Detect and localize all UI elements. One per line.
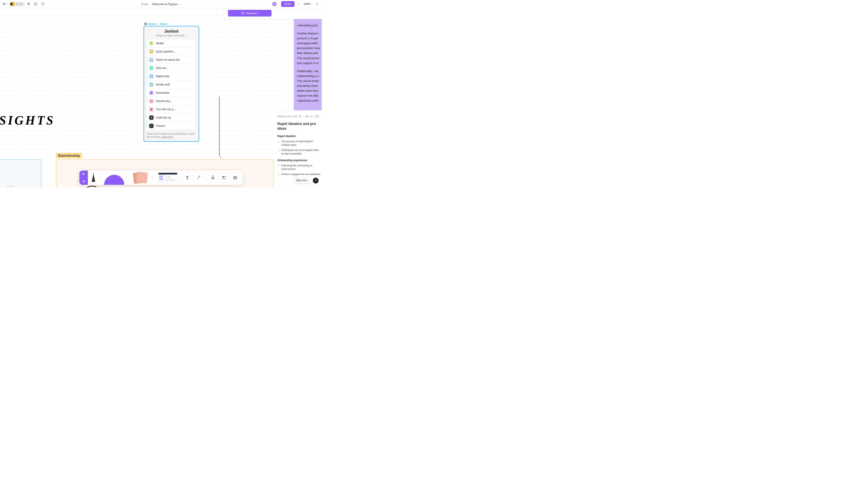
- sticky-stack-icon: [133, 172, 148, 183]
- zoom-out-button[interactable]: −: [296, 1, 302, 7]
- widget-header-tag: Jambot · Details: [144, 23, 167, 25]
- chevron-right-icon: ›: [308, 179, 309, 182]
- panel-toggle-button[interactable]: [33, 1, 39, 7]
- hand-icon: [82, 180, 85, 183]
- jambot-action-turn-into[interactable]: ❀Turn this into a...: [147, 105, 196, 114]
- sticky-options-chevron[interactable]: ⌃: [152, 177, 155, 179]
- jambot-action-code[interactable]: ⚛Code this up: [147, 114, 196, 122]
- jambot-action-rewrite[interactable]: ᔕRewrite this...: [147, 97, 196, 105]
- summary-heading-2: Onboarding experience: [277, 159, 320, 162]
- chevron-down-icon[interactable]: ⌄: [179, 3, 181, 5]
- select-tool[interactable]: [79, 171, 88, 178]
- main-menu[interactable]: ▾: [2, 2, 8, 7]
- topbar-left: ▾ 06:00: [2, 1, 46, 7]
- book-icon: 📖: [149, 58, 154, 62]
- pages-handle[interactable]: [6, 186, 14, 187]
- chevron-down-icon[interactable]: ⌄: [278, 3, 279, 5]
- sticky-note-tool[interactable]: [129, 171, 152, 185]
- jambot-action-rabbit-hole[interactable]: 🐇Rabbit hole: [147, 72, 196, 81]
- jambot-action-ideate[interactable]: ✦Ideate!: [147, 39, 196, 48]
- cursor-tools: [79, 171, 88, 185]
- rewrite-card: Rewrite it: [223, 8, 322, 19]
- svg-rect-5: [34, 3, 37, 5]
- selection-handle[interactable]: [143, 83, 145, 85]
- avatar[interactable]: L: [272, 2, 277, 6]
- svg-rect-9: [233, 176, 237, 179]
- swirl-icon: ᔕ: [149, 99, 154, 103]
- share-button[interactable]: Share: [281, 1, 295, 7]
- svg-rect-4: [3, 4, 4, 5]
- jambot-action-quick-question[interactable]: 💬Quick question...: [147, 48, 196, 56]
- pen-options-chevron[interactable]: ⌃: [99, 177, 103, 179]
- comment-icon: [41, 2, 45, 6]
- jambot-action-custom[interactable]: ⋯Custom: [147, 122, 196, 130]
- shape-tool-section: ⌃: [103, 171, 129, 185]
- atom-icon: ⚛: [149, 115, 154, 120]
- timer-value: 06:00: [15, 2, 23, 6]
- timer-pill[interactable]: 06:00: [9, 1, 25, 7]
- pen-tool-section: ⌃: [88, 171, 103, 185]
- summary-title: Rapid ideation and pro ideas: [277, 122, 320, 131]
- templates-tool[interactable]: [157, 172, 179, 184]
- flower-icon: ❀: [149, 107, 154, 112]
- sparkle-icon: [26, 2, 31, 6]
- summary-panel[interactable]: Summarized with AI - Nov 6, 202 Rapid id…: [274, 111, 322, 181]
- table-tool[interactable]: [230, 173, 240, 183]
- skip-intro-button[interactable]: Skip intro ›: [293, 177, 311, 184]
- rewrite-it-button[interactable]: Rewrite it: [228, 10, 272, 16]
- svg-rect-2: [3, 3, 4, 4]
- breadcrumb: Drafts / Welcome to FigJam ⌄: [141, 2, 181, 6]
- zoom-level[interactable]: 100%⌄: [302, 2, 314, 5]
- stamp-icon: [210, 175, 215, 180]
- brainstorming-tag[interactable]: Brainstorming: [56, 153, 82, 158]
- stamp-tool[interactable]: [208, 173, 218, 183]
- sticky-tool-section: ⌃: [129, 171, 155, 185]
- summary-list-2: Improving the onboarding ex improvement.…: [277, 164, 320, 176]
- learn-more-link[interactable]: Learn more: [161, 136, 173, 138]
- rabbit-icon: 🐇: [149, 74, 154, 79]
- right-tools: T ⌃: [180, 171, 242, 185]
- table-icon: [233, 175, 237, 180]
- jambot-action-summarize[interactable]: ✱Summarize: [147, 89, 196, 97]
- help-button[interactable]: ?: [313, 178, 319, 184]
- shape-tool[interactable]: [103, 171, 125, 185]
- section-tool[interactable]: [219, 173, 229, 183]
- ai-sparkle-button[interactable]: [25, 1, 32, 7]
- sparkles-icon: ✨: [149, 82, 154, 87]
- topbar-right: L ⌄ Share − 100%⌄ +: [272, 1, 320, 7]
- jambot-widget[interactable]: Jambot Plug in a sticky, then pick... ✦I…: [143, 26, 199, 142]
- section-icon: [222, 175, 226, 180]
- template-tool-section: [155, 171, 180, 185]
- left-section-frame[interactable]: [0, 160, 41, 187]
- jambot-title: Jambot: [147, 29, 196, 34]
- zoom-controls: − 100%⌄ +: [296, 1, 320, 7]
- jambot-flag-icon: [144, 23, 147, 25]
- text-tool[interactable]: T: [182, 173, 192, 183]
- jambot-name-link[interactable]: Jambot: [148, 23, 156, 25]
- jambot-action-give-me[interactable]: ☺Give me...: [147, 64, 196, 72]
- breadcrumb-drafts[interactable]: Drafts: [141, 2, 149, 6]
- chevron-down-icon: ▾: [6, 3, 7, 5]
- connector-options-chevron[interactable]: ⌃: [203, 177, 207, 179]
- figma-logo-icon: [3, 2, 6, 5]
- zoom-in-button[interactable]: +: [314, 1, 320, 7]
- svg-rect-8: [222, 176, 224, 177]
- marker-tool[interactable]: [88, 171, 99, 185]
- comment-button[interactable]: [40, 1, 46, 7]
- cursor-icon: [82, 173, 85, 176]
- bottom-toolbar: ⌃ ⌃ ⌃ T ⌃: [79, 171, 242, 185]
- dots-icon: ⋯: [149, 124, 154, 128]
- breadcrumb-current[interactable]: Welcome to FigJam: [152, 2, 178, 6]
- timer-icon: [10, 2, 14, 6]
- text-icon: T: [186, 175, 189, 180]
- connector-tool[interactable]: [194, 173, 204, 183]
- brain-icon: ☺: [149, 66, 154, 70]
- jambot-action-teach[interactable]: 📖Teach me about this: [147, 56, 196, 64]
- jambot-action-similar[interactable]: ✨Similar stuff: [147, 81, 196, 89]
- pen-body-icon: [92, 173, 95, 182]
- jambot-details-link[interactable]: Details: [160, 23, 167, 25]
- canvas[interactable]: SIGHTS Jambot · Details Jambot Plug in a…: [0, 8, 322, 187]
- sparkle-icon: ✦: [149, 41, 154, 46]
- shape-options-chevron[interactable]: ⌃: [125, 177, 129, 179]
- hand-tool[interactable]: [79, 178, 88, 185]
